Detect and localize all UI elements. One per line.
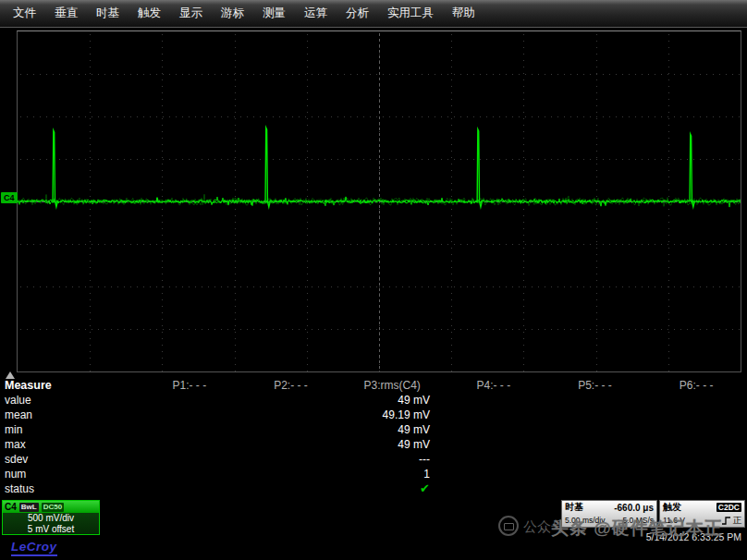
measure-cell-p6-num [645,467,747,481]
measure-cell-p1-sdev [139,452,240,467]
measure-row-label-sdev: sdev [0,452,139,467]
measure-cell-p1-mean [139,408,240,422]
measure-header-p4[interactable]: P4:- - - [443,378,545,393]
measure-cell-p1-status [139,481,240,496]
measure-cell-p2-sdev [240,452,342,467]
oscilloscope-screen: 文件垂直时基触发显示游标测量运算分析实用工具帮助 C4 MeasureP1:- … [0,0,747,560]
menu-item-display[interactable]: 显示 [170,0,212,27]
channel-c4-descriptor[interactable]: C4 BwL DC50 500 mV/div 5 mV offset [2,500,100,535]
measure-cell-p3-mean: 49.19 mV [341,408,443,422]
menu-item-cursors[interactable]: 游标 [212,0,253,27]
measure-cell-p2-value [240,393,342,408]
menu-item-measure[interactable]: 测量 [253,0,295,27]
menu-item-help[interactable]: 帮助 [443,0,484,27]
measure-cell-p5-mean [545,408,646,422]
trigger-edge: 正 [721,515,742,527]
measure-row-label-value: value [0,393,139,408]
measure-row-label-status: status [0,481,139,496]
measure-cell-p5-max [545,437,646,452]
measure-cell-p4-status [443,481,545,496]
trigger-source-badge: C2DC [716,503,741,512]
trigger-label: 触发 [663,501,681,514]
measure-cell-p2-max [240,437,342,452]
measure-cell-p5-value [545,393,646,408]
measure-cell-p5-num [545,467,646,481]
watermark-main: 头条 @硬件笔记本正 [551,517,723,541]
menu-bar: 文件垂直时基触发显示游标测量运算分析实用工具帮助 [0,0,747,28]
bandwidth-limit-badge: BwL [19,503,39,512]
measure-table: MeasureP1:- - -P2:- - -P3:rms(C4)P4:- - … [0,378,747,496]
graticule [17,30,741,372]
channel-label: C4 [5,502,17,512]
measure-cell-p1-max [139,437,240,452]
channel-offset: 5 mV offset [3,524,99,535]
measure-cell-p4-num [443,467,545,481]
timebase-delay: -660.0 μs [614,503,654,513]
measure-row-label-min: min [0,422,139,437]
measure-header-p5[interactable]: P5:- - - [545,378,646,393]
measure-cell-p2-mean [240,408,342,422]
measure-row-label-max: max [0,437,139,452]
measure-cell-p2-status [240,481,342,496]
trigger-edge-label: 正 [733,515,742,527]
channel-c4-marker[interactable]: C4 [1,192,18,203]
measure-cell-p4-sdev [443,452,545,467]
measure-cell-p6-max [645,437,747,452]
measure-cell-p6-mean [645,408,747,422]
measure-row-label-num: num [0,467,139,481]
timebase-label: 时基 [565,501,583,514]
measure-row-label-mean: mean [0,408,139,422]
measure-cell-p2-num [240,467,342,481]
measure-cell-p4-max [443,437,545,452]
measure-cell-p5-sdev [545,452,646,467]
measure-cell-p4-value [443,393,545,408]
measure-cell-p3-min: 49 mV [341,422,443,437]
measure-cell-p6-sdev [645,452,747,467]
measure-cell-p6-value [645,393,747,408]
measure-cell-p2-min [240,422,342,437]
measure-cell-p5-status [545,481,646,496]
measure-cell-p6-min [645,422,747,437]
measure-cell-p4-mean [443,408,545,422]
measure-header-p1[interactable]: P1:- - - [139,378,240,393]
camera-icon-body [504,523,514,530]
measure-cell-p1-value [139,393,240,408]
menu-item-analysis[interactable]: 分析 [337,0,378,27]
measure-header-p6[interactable]: P6:- - - [645,378,747,393]
measure-cell-p3-max: 49 mV [341,437,443,452]
measure-header-p2[interactable]: P2:- - - [240,378,342,393]
lecroy-logo: LeCroy [11,540,57,556]
menu-item-trigger[interactable]: 触发 [129,0,170,27]
menu-item-utilities[interactable]: 实用工具 [378,0,443,27]
menu-item-math[interactable]: 运算 [295,0,337,27]
menu-item-file[interactable]: 文件 [4,0,45,27]
measure-cell-p5-min [545,422,646,437]
measure-cell-p1-num [139,467,240,481]
menu-item-vertical[interactable]: 垂直 [45,0,87,27]
trigger-descriptor-row1: 触发 C2DC [660,501,744,514]
timebase-descriptor-row1: 时基 -660.0 μs [562,501,656,514]
measure-cell-p6-status [645,481,747,496]
coupling-badge: DC50 [42,503,64,512]
waveform-canvas[interactable] [18,31,741,371]
channel-scale: 500 mV/div [3,513,99,524]
camera-icon [498,516,519,536]
measure-cell-p4-min [443,422,545,437]
menu-item-timebase[interactable]: 时基 [87,0,129,27]
measure-cell-p3-status: ✔ [341,481,443,496]
measure-header-p3[interactable]: P3:rms(C4) [341,378,443,393]
measure-cell-p3-sdev: --- [341,452,443,467]
measure-cell-p3-value: 49 mV [341,393,443,408]
measure-cell-p3-num: 1 [341,467,443,481]
measure-cell-p1-min [139,422,240,437]
channel-c4-descriptor-header: C4 BwL DC50 [3,501,99,513]
measure-section-label: Measure [0,378,139,393]
